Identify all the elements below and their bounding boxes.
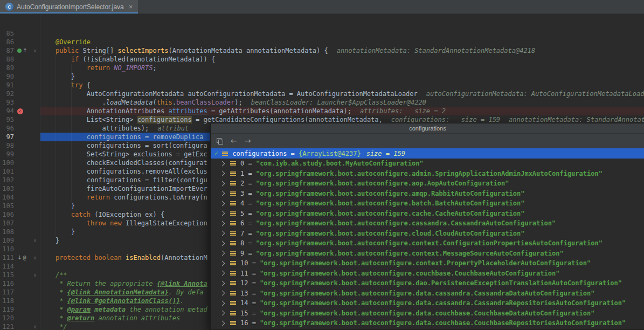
code-text[interactable]: } — [40, 72, 644, 81]
gutter-icon-area[interactable]: ↑ — [14, 46, 30, 55]
root-node-row[interactable]: ✓ configurations = {ArrayList@4237}size … — [211, 148, 644, 159]
fold-marker-icon[interactable] — [30, 228, 40, 236]
tab-autoconfigurationimportselector[interactable]: C AutoConfigurationImportSelector.java × — [0, 0, 138, 13]
fold-marker-icon[interactable]: ∧ — [30, 322, 40, 330]
line-number[interactable]: 95 — [0, 115, 14, 124]
overridden-down-arrow-icon[interactable]: ↓ — [17, 253, 22, 262]
code-text[interactable] — [40, 29, 644, 38]
code-line[interactable]: 86 @Override — [0, 38, 644, 46]
gutter-icon-area[interactable] — [14, 202, 30, 210]
line-number[interactable]: 104 — [0, 193, 14, 202]
fold-marker-icon[interactable] — [30, 124, 40, 133]
gutter-icon-area[interactable] — [14, 219, 30, 228]
gutter-icon-area[interactable] — [14, 297, 30, 305]
array-element-row[interactable]: 16 = "org.springframework.boot.autoconfi… — [211, 318, 644, 328]
fold-marker-icon[interactable] — [30, 314, 40, 322]
override-up-arrow-icon[interactable]: ↑ — [23, 46, 27, 55]
fold-marker-icon[interactable] — [30, 297, 40, 305]
array-element-row[interactable]: 7 = "org.springframework.boot.autoconfig… — [211, 229, 644, 239]
fold-marker-icon[interactable]: ∨ — [30, 253, 40, 262]
gutter-icon-area[interactable] — [14, 115, 30, 124]
array-element-row[interactable]: 5 = "org.springframework.boot.autoconfig… — [211, 209, 644, 219]
close-icon[interactable]: × — [129, 3, 133, 11]
fold-marker-icon[interactable] — [30, 288, 40, 297]
code-text[interactable]: AnnotationAttributes attributes = getAtt… — [40, 107, 644, 115]
array-element-row[interactable]: 8 = "org.springframework.boot.autoconfig… — [211, 238, 644, 249]
gutter-icon-area[interactable] — [14, 150, 30, 159]
line-number[interactable]: 107 — [0, 219, 14, 228]
line-number[interactable]: 108 — [0, 228, 14, 236]
line-number[interactable]: 85 — [0, 29, 14, 38]
fold-marker-icon[interactable] — [30, 72, 40, 81]
array-element-row[interactable]: 12 = "org.springframework.boot.autoconfi… — [211, 278, 644, 288]
fold-marker-icon[interactable] — [30, 141, 40, 150]
chevron-right-icon[interactable] — [220, 271, 225, 276]
fold-marker-icon[interactable]: ∧ — [30, 236, 40, 245]
fold-marker-icon[interactable] — [30, 219, 40, 228]
gutter-icon-area[interactable] — [14, 314, 30, 322]
line-number[interactable]: 90 — [0, 72, 14, 81]
fold-marker-icon[interactable] — [30, 176, 40, 184]
line-number[interactable]: 92 — [0, 90, 14, 98]
fold-marker-icon[interactable] — [30, 262, 40, 271]
fold-marker-icon[interactable] — [30, 245, 40, 253]
fold-marker-icon[interactable] — [30, 107, 40, 115]
code-text[interactable]: if (!isEnabled(annotationMetadata)) { — [40, 55, 644, 64]
code-text[interactable]: @Override — [40, 38, 644, 46]
fold-marker-icon[interactable] — [30, 64, 40, 72]
chevron-right-icon[interactable] — [220, 171, 225, 176]
code-text[interactable]: try { — [40, 81, 644, 90]
gutter-icon-area[interactable] — [14, 279, 30, 288]
gutter-icon-area[interactable] — [14, 133, 30, 141]
chevron-right-icon[interactable] — [220, 260, 225, 266]
line-number[interactable]: 114 — [0, 262, 14, 271]
line-number[interactable]: 89 — [0, 64, 14, 72]
line-number[interactable]: 97 — [0, 133, 14, 141]
line-number[interactable]: 93 — [0, 98, 14, 107]
gutter-icon-area[interactable] — [14, 305, 30, 314]
chevron-right-icon[interactable] — [220, 280, 225, 286]
array-element-row[interactable]: 10 = "org.springframework.boot.autoconfi… — [211, 258, 644, 269]
breakpoint-icon[interactable]: ✓ — [17, 108, 23, 114]
line-number[interactable]: 117 — [0, 288, 14, 297]
array-element-row[interactable]: 9 = "org.springframework.boot.autoconfig… — [211, 249, 644, 259]
gutter-icon-area[interactable]: ↓@ — [14, 253, 30, 262]
fold-marker-icon[interactable] — [30, 29, 40, 38]
gutter-icon-area[interactable] — [14, 167, 30, 176]
gutter-icon-area[interactable] — [14, 245, 30, 253]
annotation-marker-icon[interactable]: @ — [23, 253, 26, 262]
line-number[interactable]: 109 — [0, 236, 14, 245]
fold-marker-icon[interactable] — [30, 159, 40, 167]
code-line[interactable]: 93 .loadMetadata(this.beanClassLoader);b… — [0, 98, 644, 107]
fold-marker-icon[interactable] — [30, 184, 40, 193]
gutter-icon-area[interactable] — [14, 271, 30, 279]
chevron-right-icon[interactable] — [220, 201, 225, 206]
gutter-icon-area[interactable] — [14, 72, 30, 81]
gutter-icon-area[interactable] — [14, 236, 30, 245]
code-line[interactable]: 91 try { — [0, 81, 644, 90]
line-number[interactable]: 86 — [0, 38, 14, 46]
array-element-row[interactable]: 6 = "org.springframework.boot.autoconfig… — [211, 218, 644, 229]
line-number[interactable]: 87 — [0, 46, 14, 55]
code-line[interactable]: 85 — [0, 29, 644, 38]
back-arrow-icon[interactable]: ← — [231, 136, 237, 145]
chevron-right-icon[interactable] — [220, 251, 225, 256]
line-number[interactable]: 100 — [0, 159, 14, 167]
line-number[interactable]: 120 — [0, 314, 14, 322]
code-line[interactable]: 87↑∨ public String[] selectImports(Annot… — [0, 46, 644, 55]
gutter-icon-area[interactable] — [14, 29, 30, 38]
gutter-icon-area[interactable] — [14, 55, 30, 64]
line-number[interactable]: 101 — [0, 167, 14, 176]
fold-marker-icon[interactable] — [30, 305, 40, 314]
chevron-right-icon[interactable] — [220, 211, 225, 216]
line-number[interactable]: 91 — [0, 81, 14, 90]
array-element-row[interactable]: 15 = "org.springframework.boot.autoconfi… — [211, 308, 644, 319]
fold-marker-icon[interactable] — [30, 167, 40, 176]
gutter-icon-area[interactable] — [14, 210, 30, 219]
forward-arrow-icon[interactable]: → — [245, 136, 251, 145]
line-number[interactable]: 116 — [0, 279, 14, 288]
chevron-right-icon[interactable] — [220, 311, 225, 316]
copy-icon[interactable] — [216, 138, 223, 145]
gutter-icon-area[interactable] — [14, 193, 30, 202]
gutter-icon-area[interactable] — [14, 159, 30, 167]
